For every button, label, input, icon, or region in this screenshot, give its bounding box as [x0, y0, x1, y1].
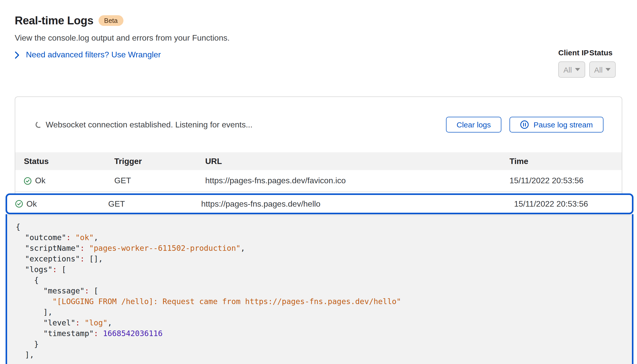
- pause-log-stream-button[interactable]: Pause log stream: [510, 117, 603, 133]
- row-status: Ok: [26, 199, 37, 208]
- row-trigger: GET: [114, 176, 205, 185]
- wrangler-link[interactable]: Need advanced filters? Use Wrangler: [26, 50, 161, 59]
- pause-log-stream-label: Pause log stream: [534, 120, 593, 129]
- status-filter-value: All: [594, 65, 602, 74]
- column-header-time: Time: [509, 157, 622, 166]
- caret-down-icon: [575, 68, 580, 71]
- table-row-selected[interactable]: Ok GET https://pages-fns.pages.dev/hello…: [6, 193, 633, 214]
- status-filter-select[interactable]: All: [589, 61, 616, 78]
- status-filter: Status All: [589, 48, 616, 78]
- row-time: 15/11/2022 20:53:56: [509, 176, 622, 185]
- column-header-status: Status: [24, 157, 114, 166]
- page-title: Real-time Logs: [15, 14, 93, 27]
- realtime-logs-page: Real-time Logs Beta View the console.log…: [0, 0, 637, 364]
- caret-down-icon: [606, 68, 611, 71]
- row-url: https://pages-fns.pages.dev/hello: [201, 199, 514, 208]
- expanded-log-entry: Ok GET https://pages-fns.pages.dev/hello…: [6, 193, 633, 364]
- chevron-right-icon: [15, 51, 19, 59]
- check-circle-icon: [15, 200, 23, 208]
- row-url: https://pages-fns.pages.dev/favicon.ico: [205, 176, 509, 185]
- page-header: Real-time Logs Beta View the console.log…: [15, 14, 230, 59]
- client-ip-filter: Client IP All: [558, 48, 589, 78]
- table-header-row: Status Trigger URL Time: [15, 152, 622, 170]
- row-trigger: GET: [108, 199, 201, 208]
- row-time: 15/11/2022 20:53:56: [514, 199, 632, 208]
- column-header-url: URL: [205, 157, 509, 166]
- client-ip-filter-select[interactable]: All: [558, 61, 585, 78]
- clear-logs-button[interactable]: Clear logs: [446, 117, 501, 133]
- column-header-trigger: Trigger: [114, 157, 205, 166]
- pause-icon: [520, 120, 529, 129]
- client-ip-filter-label: Client IP: [558, 48, 589, 57]
- page-subtitle: View the console.log output and errors f…: [15, 34, 230, 43]
- table-row[interactable]: Ok GET https://pages-fns.pages.dev/favic…: [15, 170, 622, 192]
- wrangler-link-row[interactable]: Need advanced filters? Use Wrangler: [15, 50, 230, 59]
- client-ip-filter-value: All: [563, 65, 572, 74]
- row-status: Ok: [35, 176, 45, 185]
- loading-spinner-icon: [35, 121, 43, 129]
- log-json-output: { "outcome": "ok", "scriptName": "pages-…: [6, 214, 633, 364]
- status-filter-label: Status: [589, 48, 616, 57]
- beta-badge: Beta: [99, 15, 123, 26]
- clear-logs-label: Clear logs: [456, 120, 491, 129]
- check-circle-icon: [24, 177, 31, 185]
- websocket-status-text: Websocket connection established. Listen…: [46, 120, 252, 129]
- websocket-status-bar: Websocket connection established. Listen…: [15, 97, 622, 152]
